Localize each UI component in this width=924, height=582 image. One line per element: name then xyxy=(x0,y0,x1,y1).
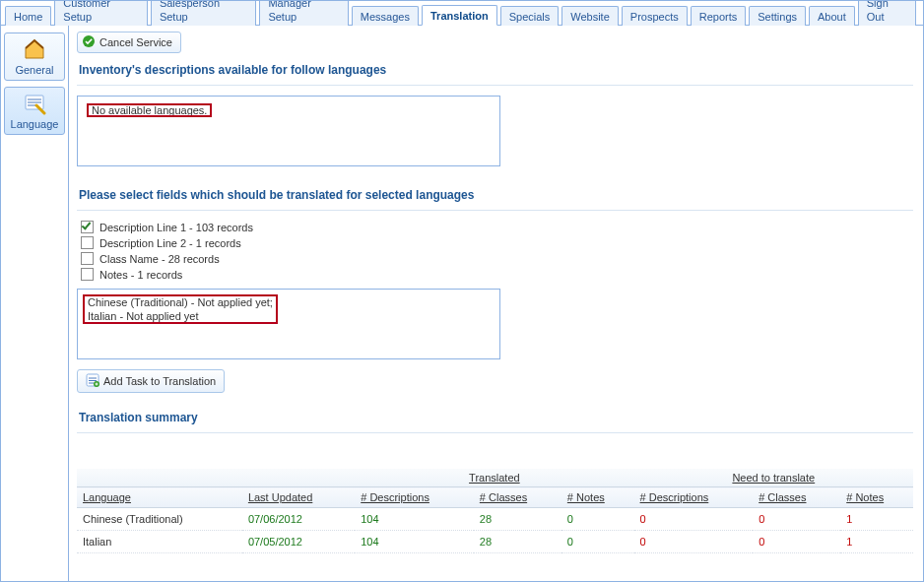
table-cell: Chinese (Traditional) xyxy=(77,508,242,531)
tab-about[interactable]: About xyxy=(809,6,855,26)
content-panel: Cancel Service Inventory's descriptions … xyxy=(69,26,923,582)
table-cell: 07/05/2012 xyxy=(242,531,355,553)
field-row: Description Line 2 - 1 records xyxy=(81,236,913,249)
table-cell: 104 xyxy=(355,531,474,553)
selected-lang-line1: Chinese (Traditional) - Not applied yet; xyxy=(88,296,273,308)
cancel-service-button[interactable]: Cancel Service xyxy=(77,32,181,53)
table-row: Italian07/05/2012104280001 xyxy=(77,531,913,553)
col-t-notes[interactable]: # Notes xyxy=(561,487,634,508)
field-label: Description Line 2 - 1 records xyxy=(99,237,241,249)
tab-specials[interactable]: Specials xyxy=(500,6,560,26)
selected-languages-box: Chinese (Traditional) - Not applied yet;… xyxy=(77,289,500,359)
no-languages-text: No available languages. xyxy=(86,102,213,118)
tab-prospects[interactable]: Prospects xyxy=(622,6,688,26)
summary-table: Translated Need to translate Language La… xyxy=(77,469,913,553)
col-n-descriptions[interactable]: # Descriptions xyxy=(634,487,754,508)
table-cell: 104 xyxy=(355,508,474,531)
col-language[interactable]: Language xyxy=(77,487,242,508)
field-row: Notes - 1 records xyxy=(81,268,913,281)
field-row: Description Line 1 - 103 records xyxy=(81,221,913,233)
tab-website[interactable]: Website xyxy=(561,6,619,26)
table-cell: 0 xyxy=(753,531,840,553)
sidebar: General Language xyxy=(1,26,69,582)
tab-home[interactable]: Home xyxy=(5,6,51,26)
main-wrap: General Language Cancel Service Inventor… xyxy=(1,26,923,582)
table-cell: 0 xyxy=(634,508,754,531)
col-n-notes[interactable]: # Notes xyxy=(840,487,913,508)
home-icon xyxy=(23,37,46,61)
separator xyxy=(77,210,913,211)
col-last-updated[interactable]: Last Updated xyxy=(242,487,355,508)
table-cell: 1 xyxy=(840,531,913,553)
table-cell: 07/06/2012 xyxy=(242,508,355,531)
tab-translation[interactable]: Translation xyxy=(422,5,497,26)
table-row: Chinese (Traditional)07/06/2012104280001 xyxy=(77,508,913,531)
tab-salesperson-setup[interactable]: Salesperson Setup xyxy=(151,0,257,26)
content-toolbar: Cancel Service xyxy=(77,32,913,53)
table-cell: Italian xyxy=(77,531,242,553)
tab-reports[interactable]: Reports xyxy=(691,6,747,26)
table-cell: 0 xyxy=(561,508,634,531)
app-window: HomeCustomer SetupSalesperson SetupManag… xyxy=(0,0,924,582)
group-need-label: Need to translate xyxy=(732,472,815,484)
table-cell: 0 xyxy=(561,531,634,553)
col-t-descriptions[interactable]: # Descriptions xyxy=(355,487,474,508)
add-task-button[interactable]: Add Task to Translation xyxy=(77,369,225,393)
tab-customer-setup[interactable]: Customer Setup xyxy=(54,0,148,26)
checkbox-icon[interactable] xyxy=(81,236,94,249)
summary-group-header-row: Translated Need to translate xyxy=(77,469,913,487)
table-cell: 28 xyxy=(474,531,561,553)
field-checkbox-list: Description Line 1 - 103 recordsDescript… xyxy=(81,221,913,281)
table-cell: 0 xyxy=(634,531,754,553)
available-languages-box: No available languages. xyxy=(77,96,500,166)
col-n-classes[interactable]: # Classes xyxy=(753,487,840,508)
tab-sign-out[interactable]: Sign Out xyxy=(858,0,916,26)
sidebar-label-general: General xyxy=(15,64,53,76)
section-title-available: Inventory's descriptions available for f… xyxy=(79,63,913,77)
table-cell: 1 xyxy=(840,508,913,531)
tab-manager-setup[interactable]: Manager Setup xyxy=(259,0,348,26)
tab-settings[interactable]: Settings xyxy=(749,6,806,26)
section-title-fields: Please select fields which should be tra… xyxy=(79,188,913,202)
separator xyxy=(77,85,913,86)
add-task-label: Add Task to Translation xyxy=(103,375,216,387)
checkbox-icon[interactable] xyxy=(81,252,94,265)
sidebar-item-general[interactable]: General xyxy=(4,32,65,81)
language-icon xyxy=(23,92,46,115)
col-t-classes[interactable]: # Classes xyxy=(474,487,561,508)
group-translated-label: Translated xyxy=(469,472,520,484)
tab-messages[interactable]: Messages xyxy=(352,6,419,26)
sidebar-label-language: Language xyxy=(11,118,59,130)
section-title-summary: Translation summary xyxy=(79,411,913,424)
selected-languages-highlight: Chinese (Traditional) - Not applied yet;… xyxy=(82,293,279,325)
table-cell: 0 xyxy=(753,508,840,531)
main-tabbar: HomeCustomer SetupSalesperson SetupManag… xyxy=(1,1,923,26)
field-label: Class Name - 28 records xyxy=(99,253,220,265)
selected-lang-line2: Italian - Not applied yet xyxy=(88,310,199,322)
field-label: Description Line 1 - 103 records xyxy=(99,222,253,233)
separator xyxy=(77,432,913,433)
sidebar-item-language[interactable]: Language xyxy=(4,87,65,135)
table-cell: 28 xyxy=(474,508,561,531)
field-row: Class Name - 28 records xyxy=(81,252,913,265)
add-task-icon xyxy=(86,373,99,389)
checkbox-icon[interactable] xyxy=(81,268,94,281)
summary-column-header-row: Language Last Updated # Descriptions # C… xyxy=(77,487,913,508)
check-circle-icon xyxy=(82,34,96,50)
field-label: Notes - 1 records xyxy=(99,269,182,281)
cancel-service-label: Cancel Service xyxy=(99,36,172,48)
checkbox-icon[interactable] xyxy=(81,221,94,233)
